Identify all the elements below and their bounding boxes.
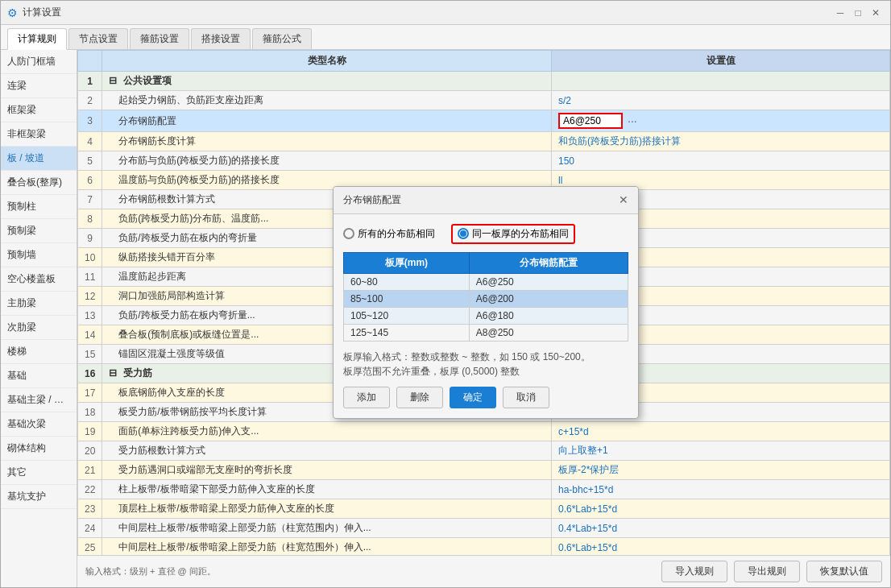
table-row[interactable]: 3 分布钢筋配置 A6@250 ···	[78, 110, 890, 132]
row-num: 9	[78, 229, 102, 248]
col-num-header	[78, 51, 102, 72]
row-num: 17	[78, 383, 102, 403]
sidebar-item-renfang[interactable]: 人防门框墙	[1, 50, 77, 74]
row-num: 13	[78, 306, 102, 325]
dialog-cancel-button[interactable]: 取消	[503, 387, 549, 408]
row-num: 22	[78, 480, 102, 499]
dialog-table-row[interactable]: 105~120 A6@180	[344, 307, 628, 324]
sidebar-item-ban[interactable]: 板 / 坡道	[1, 147, 77, 171]
dialog-confirm-button[interactable]: 确定	[450, 387, 496, 408]
row-num: 11	[78, 267, 102, 287]
value-input-red[interactable]: A6@250	[558, 113, 623, 129]
row-num: 3	[78, 110, 102, 132]
window-title: 计算设置	[23, 6, 61, 19]
row-name: 柱上板带/板带暗梁下部受力筋伸入支座的长度	[102, 480, 552, 499]
distribution-rebar-dialog: 分布钢筋配置 ✕ 所有的分布筋相同 同一板厚的分布筋相同	[333, 186, 639, 419]
sidebar-item-yuzhiliang[interactable]: 预制梁	[1, 219, 77, 243]
col-value-header: 设置值	[552, 51, 890, 72]
collapse-icon[interactable]: ⊟	[109, 75, 117, 86]
row-num: 12	[78, 287, 102, 306]
row-value: 0.6*Lab+15*d	[552, 499, 890, 519]
row-name: 顶层柱上板带/板带暗梁上部受力筋伸入支座的长度	[102, 499, 552, 519]
tab-node-settings[interactable]: 节点设置	[68, 28, 128, 49]
dialog-row-thickness: 125~145	[344, 324, 470, 341]
sidebar-item-louti[interactable]: 楼梯	[1, 340, 77, 364]
row-num: 24	[78, 519, 102, 538]
sidebar-item-feikuangjialiang[interactable]: 非框架梁	[1, 122, 77, 147]
radio-all-same[interactable]: 所有的分布筋相同	[343, 227, 435, 241]
tab-stirrup-formula[interactable]: 箍筋公式	[252, 28, 312, 49]
sidebar-item-kuangjiamed[interactable]: 框架梁	[1, 98, 77, 122]
radio-label-all: 所有的分布筋相同	[358, 227, 435, 241]
export-rules-button[interactable]: 导出规则	[734, 561, 800, 582]
dialog-table-row[interactable]: 85~100 A6@200	[344, 290, 628, 307]
row-name: 中间层柱上板带/板带暗梁上部受力筋（柱宽范围内）伸入...	[102, 519, 552, 538]
table-row: 25 中间层柱上板带/板带暗梁上部受力筋（柱宽范围外）伸入... 0.6*Lab…	[78, 538, 890, 556]
dialog-table-row[interactable]: 60~80 A6@250	[344, 273, 628, 290]
close-button[interactable]: ✕	[868, 5, 884, 21]
dialog-hint: 板厚输入格式：整数或整数 ~ 整数，如 150 或 150~200。 板厚范围不…	[343, 350, 628, 379]
row-value: ha-bhc+15*d	[552, 480, 890, 499]
sidebar-item-qita[interactable]: 其它	[1, 461, 77, 485]
sidebar-item-jikeng[interactable]: 基坑支护	[1, 485, 77, 509]
row-value: c+15*d	[552, 422, 890, 441]
sidebar-item-zhulei[interactable]: 主肋梁	[1, 292, 77, 316]
row-name: 分布钢筋配置	[102, 110, 552, 132]
collapse-icon2[interactable]: ⊟	[109, 367, 117, 379]
tab-splice-settings[interactable]: 搭接设置	[191, 28, 251, 49]
row-value[interactable]: A6@250 ···	[552, 110, 890, 132]
title-bar-controls: ─ □ ✕	[832, 5, 884, 21]
dialog-row-config: A6@200	[469, 290, 628, 307]
table-row: 23 顶层柱上板带/板带暗梁上部受力筋伸入支座的长度 0.6*Lab+15*d	[78, 499, 890, 519]
title-bar: ⚙ 计算设置 ─ □ ✕	[1, 1, 890, 25]
row-name: 中间层柱上板带/板带暗梁上部受力筋（柱宽范围外）伸入...	[102, 538, 552, 556]
more-options-button[interactable]: ···	[626, 114, 639, 127]
dialog-title-text: 分布钢筋配置	[343, 193, 401, 207]
row-num: 20	[78, 441, 102, 461]
radio-label-thickness: 同一板厚的分布筋相同	[472, 227, 569, 241]
sidebar-scroll[interactable]: 人防门框墙 连梁 框架梁 非框架梁 板 / 坡道 叠合板(整厚) 预制柱 预制梁…	[1, 50, 77, 587]
sidebar-item-jichuzhu[interactable]: 基础主梁 / 承...	[1, 388, 77, 412]
footer-buttons: 导入规则 导出规则 恢复默认值	[661, 561, 882, 582]
row-value: 板厚-2*保护层	[552, 461, 890, 480]
sidebar-item-jichu[interactable]: 基础	[1, 364, 77, 388]
row-num: 1	[78, 72, 102, 91]
sidebar-item-jichuliang[interactable]: 基础次梁	[1, 412, 77, 437]
dialog-delete-button[interactable]: 删除	[396, 387, 443, 408]
row-value	[552, 72, 890, 91]
dialog-row-thickness: 105~120	[344, 307, 470, 324]
row-name: 受力筋遇洞口或端部无支座时的弯折长度	[102, 461, 552, 480]
table-row: 22 柱上板带/板带暗梁下部受力筋伸入支座的长度 ha-bhc+15*d	[78, 480, 890, 499]
row-num: 14	[78, 325, 102, 345]
sidebar-item-cilei[interactable]: 次肋梁	[1, 316, 77, 340]
sidebar-item-dieheban[interactable]: 叠合板(整厚)	[1, 171, 77, 195]
tab-bar: 计算规则 节点设置 箍筋设置 搭接设置 箍筋公式	[1, 25, 890, 50]
row-name: 受力筋根数计算方式	[102, 441, 552, 461]
sidebar-item-qiti[interactable]: 砌体结构	[1, 437, 77, 461]
sidebar-item-konxin[interactable]: 空心楼盖板	[1, 267, 77, 292]
dialog-table-row[interactable]: 125~145 A8@250	[344, 324, 628, 341]
row-num: 8	[78, 209, 102, 229]
radio-same-thickness[interactable]: 同一板厚的分布筋相同	[451, 224, 575, 244]
import-rules-button[interactable]: 导入规则	[661, 561, 727, 582]
row-num: 15	[78, 345, 102, 364]
maximize-button[interactable]: □	[850, 5, 866, 21]
radio-circle-thickness[interactable]	[458, 228, 469, 239]
minimize-button[interactable]: ─	[832, 5, 848, 21]
radio-circle-all[interactable]	[343, 228, 354, 239]
row-num: 5	[78, 151, 102, 171]
row-name: 面筋(单标注跨板受力筋)伸入支...	[102, 422, 552, 441]
sidebar-item-yuzhiqiang[interactable]: 预制墙	[1, 243, 77, 267]
dialog-row-config: A6@180	[469, 307, 628, 324]
dialog-close-button[interactable]: ✕	[619, 193, 628, 206]
dialog-add-button[interactable]: 添加	[343, 387, 390, 408]
tab-stirrup-settings[interactable]: 箍筋设置	[130, 28, 189, 49]
tab-calc-rules[interactable]: 计算规则	[7, 28, 67, 50]
sidebar-item-lianl[interactable]: 连梁	[1, 74, 77, 98]
row-num: 25	[78, 538, 102, 556]
restore-defaults-button[interactable]: 恢复默认值	[806, 561, 882, 582]
dialog-col-thickness: 板厚(mm)	[344, 252, 470, 273]
sidebar: 人防门框墙 连梁 框架梁 非框架梁 板 / 坡道 叠合板(整厚) 预制柱 预制梁…	[1, 50, 77, 587]
sidebar-item-yuzhizhu[interactable]: 预制柱	[1, 195, 77, 219]
col-name-header: 类型名称	[102, 51, 552, 72]
